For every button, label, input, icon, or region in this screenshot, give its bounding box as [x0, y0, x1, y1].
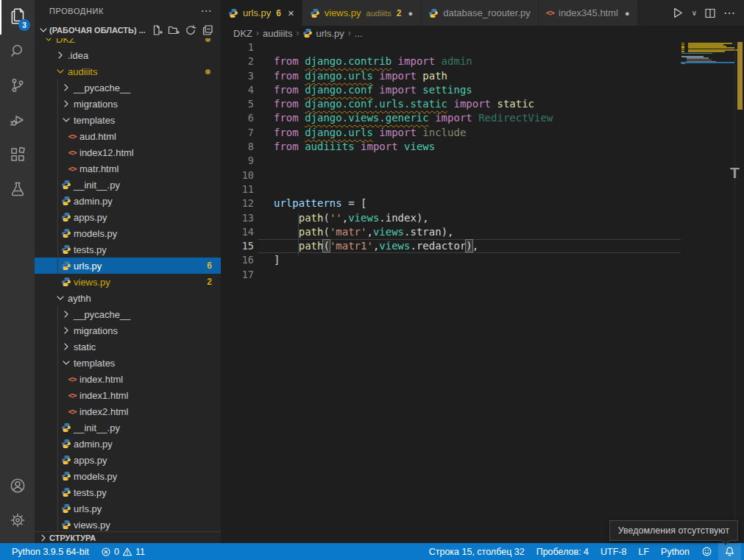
- problems[interactable]: 011: [95, 543, 151, 560]
- new-file-icon[interactable]: [151, 24, 163, 36]
- tab-views-py[interactable]: views.pyaudiiits2●: [302, 0, 421, 26]
- outline-section-header[interactable]: СТРУКТУРА: [35, 531, 221, 543]
- tree-item-views-py[interactable]: views.py: [35, 517, 221, 531]
- activity-source-control-icon[interactable]: [0, 69, 35, 104]
- breadcrumb-item-dkz[interactable]: DKZ: [233, 28, 252, 39]
- tab-index345-html[interactable]: <>index345.html●: [539, 0, 638, 26]
- tree-item-apps-py[interactable]: apps.py: [35, 209, 221, 225]
- breadcrumb-separator: ›: [348, 28, 351, 38]
- tree-item-audiiits[interactable]: audiiits: [35, 63, 221, 79]
- tab-database-roouter-py[interactable]: database_roouter.py: [421, 0, 539, 26]
- extensions-icon: [9, 146, 26, 166]
- tree-item-dkz[interactable]: DKZ: [35, 38, 221, 47]
- tree-item-templates[interactable]: templates: [35, 355, 221, 371]
- activity-run-debug-icon[interactable]: [0, 104, 35, 138]
- overview-ruler[interactable]: [734, 40, 744, 543]
- code-line[interactable]: 10: [221, 169, 744, 182]
- cursor-position[interactable]: Строка 15, столбец 32: [423, 543, 531, 560]
- line-number: 4: [221, 83, 254, 97]
- python-file-icon: [60, 179, 72, 191]
- tree-item-index2-html[interactable]: <>index2.html: [35, 403, 221, 419]
- code-line[interactable]: 14 path('matr',views.stran),: [221, 225, 744, 239]
- tree-item--init-py[interactable]: __init__.py: [35, 177, 221, 193]
- tree-item-admin-py[interactable]: admin.py: [35, 193, 221, 209]
- tree-item-urls-py[interactable]: urls.py: [35, 500, 221, 517]
- code-line[interactable]: 3from django.urls import path: [221, 69, 744, 83]
- tree-item-tests-py[interactable]: tests.py: [35, 484, 221, 500]
- tree-item-index1-html[interactable]: <>index1.html: [35, 387, 221, 403]
- code-line[interactable]: 9: [221, 154, 744, 168]
- code-line[interactable]: 2from django.contrib import admin: [221, 54, 744, 68]
- tree-item-templates[interactable]: templates: [35, 112, 221, 128]
- tab-label: views.py: [325, 7, 361, 18]
- python-interpreter[interactable]: Python 3.9.5 64-bit: [6, 543, 95, 560]
- new-folder-icon[interactable]: [168, 24, 180, 36]
- tree-item-tests-py[interactable]: tests.py: [35, 241, 221, 258]
- token: include: [422, 127, 466, 138]
- tree-item-static[interactable]: static: [35, 339, 221, 355]
- tree-item--pycache-[interactable]: __pycache__: [35, 79, 221, 96]
- tree-item--init-py[interactable]: __init__.py: [35, 419, 221, 436]
- feedback[interactable]: [695, 543, 718, 560]
- breadcrumb-item-urls-py[interactable]: urls.py: [302, 28, 344, 39]
- notifications[interactable]: [718, 543, 741, 560]
- code-line[interactable]: 15 path('matr1',views.redactor),: [221, 239, 744, 253]
- code-line[interactable]: 5from django.conf.urls.static import sta…: [221, 97, 744, 111]
- token: views: [373, 226, 404, 238]
- tree-item-apps-py[interactable]: apps.py: [35, 452, 221, 468]
- activity-settings-gear-icon[interactable]: [0, 504, 35, 539]
- tree-item-admin-py[interactable]: admin.py: [35, 436, 221, 452]
- tree-item-urls-py[interactable]: urls.py6: [35, 258, 221, 274]
- language-mode[interactable]: Python: [655, 543, 695, 560]
- breadcrumb-item--[interactable]: ...: [355, 28, 363, 39]
- tree-item-models-py[interactable]: models.py: [35, 468, 221, 484]
- close-icon[interactable]: ×: [288, 7, 294, 18]
- code-line[interactable]: 7from django.urls import include: [221, 126, 744, 140]
- code-line[interactable]: 17: [221, 268, 744, 282]
- code-line[interactable]: 6from django.views.generic import Redire…: [221, 111, 744, 125]
- tree-item-models-py[interactable]: models.py: [35, 225, 221, 241]
- split-editor-button[interactable]: [704, 7, 716, 19]
- tree-item-migrations[interactable]: migrations: [35, 96, 221, 112]
- status-left: Python 3.9.5 64-bit011: [0, 543, 151, 560]
- code-line[interactable]: 11: [221, 182, 744, 196]
- tree-item-views-py[interactable]: views.py2: [35, 274, 221, 290]
- code-line[interactable]: 4from django.conf import settings: [221, 83, 744, 97]
- code-line[interactable]: 8from audiiits import views: [221, 140, 744, 154]
- tree-item-index12-html[interactable]: <>index12.html: [35, 144, 221, 160]
- chevron-down-icon[interactable]: ∨: [692, 9, 697, 17]
- code-line[interactable]: 1: [221, 40, 744, 54]
- tree-item-migrations[interactable]: migrations: [35, 322, 221, 339]
- tree-item-aud-html[interactable]: <>aud.html: [35, 128, 221, 144]
- workspace-section-header[interactable]: (РАБОЧАЯ ОБЛАСТЬ) ...: [35, 22, 221, 38]
- activity-explorer-icon[interactable]: 3: [0, 0, 35, 35]
- tree-item-aythh[interactable]: aythh: [35, 290, 221, 306]
- code-line[interactable]: 16]: [221, 253, 744, 267]
- tree-item--idea[interactable]: .idea: [35, 47, 221, 63]
- code-line[interactable]: 12urlpatterns = [: [221, 196, 744, 210]
- code-editor[interactable]: 12from django.contrib import admin3from …: [221, 40, 744, 543]
- more-actions-icon[interactable]: ⋯: [200, 4, 212, 18]
- minimap-line: [681, 53, 712, 54]
- more-actions-icon[interactable]: ⋯: [723, 6, 735, 20]
- tab-urls-py[interactable]: urls.py6×: [221, 0, 302, 26]
- activity-account-icon[interactable]: [0, 469, 35, 504]
- code-line[interactable]: 13 path('',views.index),: [221, 211, 744, 225]
- encoding[interactable]: UTF-8: [595, 543, 632, 560]
- html-file-icon: <>: [66, 130, 78, 142]
- breadcrumb-item-audiiits[interactable]: audiiits: [263, 28, 292, 39]
- minimap[interactable]: [681, 40, 734, 543]
- activity-extensions-icon[interactable]: [0, 138, 35, 173]
- tree-item-matr-html[interactable]: <>matr.html: [35, 160, 221, 177]
- file-tree: DKZ.ideaaudiiits__pycache__migrationstem…: [35, 38, 221, 531]
- test-beaker-icon: [9, 180, 26, 201]
- activity-search-icon[interactable]: [0, 35, 35, 69]
- activity-test-beaker-icon[interactable]: [0, 173, 35, 208]
- indentation[interactable]: Пробелов: 4: [531, 543, 595, 560]
- tree-item-index-html[interactable]: <>index.html: [35, 371, 221, 387]
- collapse-all-icon[interactable]: [202, 24, 213, 36]
- eol[interactable]: LF: [632, 543, 655, 560]
- run-button[interactable]: [671, 7, 684, 19]
- tree-item--pycache-[interactable]: __pycache__: [35, 306, 221, 322]
- refresh-icon[interactable]: [185, 24, 196, 36]
